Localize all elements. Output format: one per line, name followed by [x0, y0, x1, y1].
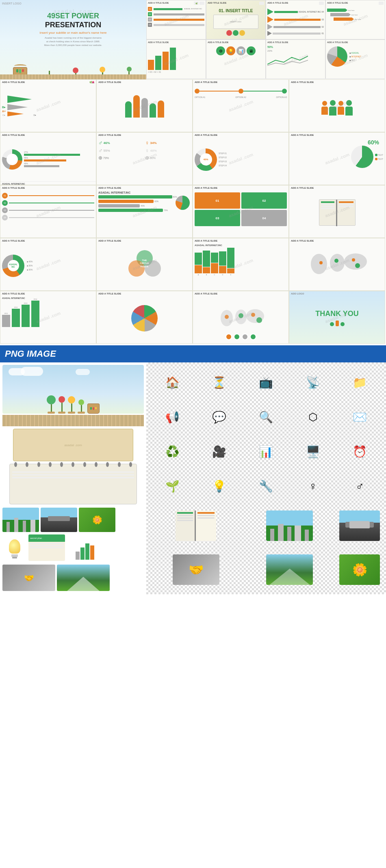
png-misc-row: secret plan [2, 534, 144, 564]
slide-thumb-triangles[interactable]: ADD A TITLE SLIDE🌿🌺 B▸ A+ C▸ D▸ asadal .… [0, 79, 96, 132]
slide-thumb-bar-up[interactable]: ADD A TITLE SLIDE > 03 > 02 > 01 asadal … [146, 39, 206, 79]
slide-label-1: ADD A TITLE SLIDE [148, 2, 169, 5]
slide-thumb-world-map[interactable]: ADD A TITLE SLIDE asadal .com [289, 238, 385, 291]
company-label: ASADAL INTERNET.INC [0, 181, 96, 185]
slide-thumb-thankyou[interactable]: ADD LOGO THANK YOU asadal .com [289, 291, 385, 344]
slide-body-gender: ♂ 46% ♀ 34% ♂ 55% ♀ 48% ⊕ 79% [97, 137, 192, 181]
png-thumb-row: 🌼 [2, 506, 144, 534]
png-image-label: PNG IMAGE [5, 349, 56, 359]
slide-body-vbars: ASADAL INTERNET.INC 2011 2012 2013 2014 [0, 296, 96, 339]
slide-thumb-timeline[interactable]: ADD A TITLE SLIDE OPTION A1OPTION A2OPTI… [193, 79, 289, 132]
bulb-image [2, 534, 27, 563]
slide-label-logo: ADD LOGO [291, 292, 304, 295]
slide-thumb-donut-bars[interactable]: ADD A TITLE SLIDE 27% 55% 49% ASADAL INT… [0, 132, 96, 185]
home-icon: 🏠 [162, 372, 183, 393]
thumb-icon-3 [319, 2, 324, 5]
slide-label-7: ADD A TITLE SLIDE [267, 41, 288, 44]
slide-label-4: ADD A TITLE SLIDE [327, 2, 348, 5]
slide-row-3: ADD A TITLE SLIDE 27% 55% 49% ASADAL INT… [0, 132, 385, 185]
slide-thumb-trefoil[interactable]: ADD A TITLE SLIDE THECIRCLEINSIDE asadal… [96, 238, 193, 291]
slide-thumb-insert-title[interactable]: ADD TITLE SLIDE 01. INSERT TITLE INSERT … [206, 0, 266, 39]
handshake-row: 🤝 [2, 564, 144, 592]
slide-thumb-cubes-line[interactable]: ADD A TITLE SLIDE 50% 23% asadal .com [266, 39, 325, 79]
slide-thumb-vbars-green[interactable]: ADD A TITLE SLIDE ASADAL INTERNET.INC 20… [0, 291, 96, 344]
svg-point-5 [352, 258, 355, 262]
presentation-desc: Asadal has been running one of the bigge… [0, 36, 146, 47]
svg-point-10 [225, 315, 229, 319]
num-02: 02 [148, 12, 152, 16]
mountain-image [57, 565, 110, 591]
nature-thumb: 🌼 [79, 508, 115, 532]
slide-thumb-pie-steps[interactable]: ADD A TITLE SLIDE 40% STEP 01 STEP 02 ST… [193, 132, 289, 185]
slide-thumb-book[interactable]: ADD A TITLE SLIDE asadal .com [289, 185, 385, 238]
slide-body-4boxes: 01 02 03 04 [193, 190, 288, 233]
slide-body-3: ASADAL INTERNET.INC 04 03 02 [266, 6, 325, 37]
slide-thumb-hands[interactable]: ADD A TITLE SLIDE asadal .com [96, 79, 193, 132]
num-03: 03 [148, 17, 152, 22]
spiral-holes [10, 462, 136, 467]
slide-thumb-pie[interactable]: ADD A TITLE SLIDE ■ ASADAL ■ INTERNET ■ … [325, 39, 385, 79]
slide-thumb-arrows-gray[interactable]: ADD A TITLE SLIDE text here text here [325, 0, 385, 39]
spiral-notebook-image [9, 464, 137, 504]
slide-thumb-circle-chart[interactable]: ADD A TITLE SLIDE ASADALINC ■ 40%■ 30%■ … [0, 238, 96, 291]
slide-body-4: text here text here text here [326, 6, 385, 22]
png-icons-panel: 🏠 ⏳ 📺 📡 📁 📢 💬 🔍 ⬡ ✉️ ♻️ 🎥 📊 🖥️ ⏰ 🌱 💡 🔧 ♀… [146, 362, 386, 594]
world-map-svg [301, 249, 374, 281]
slide-thumb-world-map2[interactable]: ADD A TITLE SLIDE asadal .com [193, 291, 289, 344]
slide-row-4: ADD A TITLE SLIDE 01 02 03 04 [0, 185, 385, 238]
num-04: 04 [148, 23, 152, 27]
road-thumb [41, 508, 77, 532]
slide-thumb-people[interactable]: ADD A TITLE SLIDE asadal .com [289, 79, 385, 132]
open-book-image [176, 510, 216, 541]
plant-icon: 🌱 [162, 476, 183, 497]
slide-thumb-circle-icons[interactable]: ADD A TITLE SLIDE ⚙ 💡 📊 🖥 asadal .com [206, 39, 266, 79]
recycle-icon: ♻️ [162, 441, 183, 462]
slide-body-1: 01 ASADAL INTERNET.INC 02 03 04 [147, 6, 206, 28]
svg-point-6 [355, 263, 360, 268]
png-section-header: PNG IMAGE [0, 345, 386, 362]
slide-thumb-spinner[interactable]: ADD A TITLE SLIDE asadal .com [96, 291, 193, 344]
insert-title-text: 01. INSERT TITLE [219, 9, 253, 13]
watermark-paper: asadal .com [64, 443, 82, 447]
cube-icon: ⬡ [302, 407, 323, 428]
thankyou-text: THANK YOU [315, 310, 359, 318]
slide-body-people [289, 85, 385, 128]
slide-thumb-numbered-list[interactable]: ADD A TITLE SLIDE 🌿 01 ASADAL INTERNET.I… [146, 0, 206, 39]
slide-thumb-timeline2[interactable]: ADD A TITLE SLIDE 01 02 03 04 [0, 185, 96, 238]
slide-thumb-4boxes[interactable]: ADD A TITLE SLIDE 01 02 03 04 asadal .co… [193, 185, 289, 238]
slide-label-2: ADD TITLE SLIDE [208, 2, 226, 5]
nature-large-image: 🌼 [339, 554, 380, 585]
svg-point-11 [239, 313, 243, 318]
world-map2-svg [215, 303, 267, 333]
slide-thumb-arrows-green[interactable]: ADD A TITLE SLIDE ASADAL INTERNET.INC 04 [266, 0, 325, 39]
paper-image: asadal .com [13, 429, 133, 461]
city-thumb [2, 508, 39, 532]
thumb-icon-1b [200, 2, 204, 5]
presentation-title-line2: PRESENTATION [0, 21, 146, 29]
sky-plants-image [2, 365, 144, 414]
handshake-large-image: 🤝 [173, 554, 219, 585]
hourglass-icon: ⏳ [209, 372, 230, 393]
slide-body-pie-steps: 40% STEP 01 STEP 02 STEP 03 STEP 04 [193, 137, 288, 181]
search-zoom-icon: 🔍 [256, 407, 277, 428]
mountain-large-image [266, 554, 313, 585]
num-01: 01 [148, 7, 152, 11]
slide-body-8: ■ ASADAL ■ INTERNET ■ INC [326, 45, 385, 68]
slide-thumb-pie60[interactable]: ADD A TITLE SLIDE 60% TEXT TEXT asadal .… [289, 132, 385, 185]
thumb-icon-2a [259, 2, 264, 5]
slide-body-thankyou: THANK YOU [289, 296, 385, 339]
slide-thumb-hbars[interactable]: ADD A TITLE SLIDE ASADAL INTERNET.INC 80… [96, 185, 193, 238]
monitor-icon: 🖥️ [302, 441, 323, 462]
fence-image [2, 415, 144, 426]
png-content-area: asadal .com [0, 362, 386, 594]
slide-thumb-bar-compare[interactable]: ADD A TITLE SLIDE ASADAL INTERNET.INC A … [193, 238, 289, 291]
video-icon: 🎥 [209, 441, 230, 462]
megaphone-icon: 📢 [162, 407, 183, 428]
barchart-image [67, 534, 103, 561]
slide-body-2: 01. INSERT TITLE INSERT LOGO [206, 6, 265, 37]
main-title-slide[interactable]: INSERT LOGO asadal .com 49SET POWER PRES… [0, 0, 146, 79]
slide-thumb-gender[interactable]: ADD A TITLE SLIDE ♂ 46% ♀ 34% ♂ 55% ♀ 48… [96, 132, 193, 185]
slide-body-world2 [193, 296, 288, 339]
svg-point-13 [256, 317, 262, 323]
svg-point-1 [330, 254, 345, 272]
